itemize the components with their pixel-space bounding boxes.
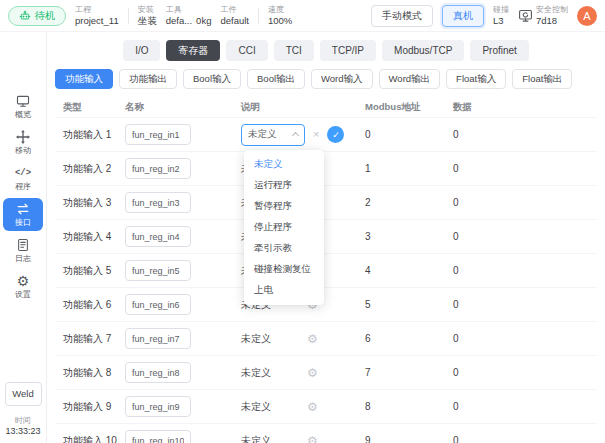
data-value: 0 xyxy=(453,401,597,412)
tool-value: defa...0kg xyxy=(166,15,212,26)
table-row: 功能输入 7 未定义⚙ 6 0 xyxy=(55,321,597,355)
tab-register[interactable]: 寄存器 xyxy=(166,40,220,61)
sidebar-item-settings[interactable]: ⚙ 设置 xyxy=(3,270,43,303)
robot-icon xyxy=(19,10,31,22)
desc-value: 未定义 xyxy=(241,366,299,380)
document-icon xyxy=(16,238,30,252)
name-input[interactable] xyxy=(125,294,191,315)
name-input[interactable] xyxy=(125,192,191,213)
tab-tci[interactable]: TCI xyxy=(274,40,314,61)
workpiece-value: default xyxy=(220,15,249,26)
table-row: 功能输入 6 未定义⚙ 5 0 xyxy=(55,287,597,321)
tab-cci[interactable]: CCI xyxy=(226,40,267,61)
row-type: 功能输入 8 xyxy=(63,366,125,380)
col-name: 名称 xyxy=(125,101,241,114)
subtab-bool-output[interactable]: Bool输出 xyxy=(247,69,305,89)
gear-icon[interactable]: ⚙ xyxy=(307,435,318,443)
name-input[interactable] xyxy=(125,124,191,145)
modbus-address: 3 xyxy=(365,231,453,242)
clock: 时间 13:33:23 xyxy=(5,416,40,437)
sidebar-item-label: 移动 xyxy=(15,145,31,156)
mount-info[interactable]: 安装 坐装 xyxy=(138,5,157,26)
user-avatar[interactable]: A xyxy=(577,6,597,26)
modbus-address: 4 xyxy=(365,265,453,276)
speed-info[interactable]: 速度 100% xyxy=(268,5,292,26)
modbus-address: 8 xyxy=(365,401,453,412)
subtab-word-output[interactable]: Word输出 xyxy=(379,69,441,89)
gear-icon[interactable]: ⚙ xyxy=(307,367,318,379)
tab-tcpip[interactable]: TCP/IP xyxy=(320,40,376,61)
name-input[interactable] xyxy=(125,396,191,417)
swap-arrows-icon xyxy=(16,202,30,216)
dropdown-option-collision-reset[interactable]: 碰撞检测复位 xyxy=(244,259,324,280)
row-type: 功能输入 6 xyxy=(63,298,125,312)
dropdown-option-power-on[interactable]: 上电 xyxy=(244,280,324,301)
mount-value: 坐装 xyxy=(138,15,157,26)
data-value: 0 xyxy=(453,231,597,242)
tool-info[interactable]: 工具 defa...0kg xyxy=(166,5,212,26)
tab-modbus-tcp[interactable]: Modbus/TCP xyxy=(382,40,464,61)
real-machine-button[interactable]: 真机 xyxy=(442,5,484,27)
tab-io[interactable]: I/O xyxy=(123,40,160,61)
table-row: 功能输入 2 未定义⚙ 1 0 xyxy=(55,151,597,185)
robot-teach-pendant-app: 待机 工程 project_11 安装 坐装 工具 defa...0kg 工件 … xyxy=(0,0,605,443)
robot-status-pill[interactable]: 待机 xyxy=(8,6,66,26)
data-value: 0 xyxy=(453,197,597,208)
modbus-address: 2 xyxy=(365,197,453,208)
name-input[interactable] xyxy=(125,362,191,383)
time-value: 13:33:23 xyxy=(5,426,40,437)
dropdown-option-run-program[interactable]: 运行程序 xyxy=(244,175,324,196)
col-modbus: Modbus地址 xyxy=(365,101,453,114)
subtab-float-output[interactable]: Float输出 xyxy=(512,69,572,89)
subtab-float-input[interactable]: Float输入 xyxy=(446,69,506,89)
divider xyxy=(128,8,129,24)
collision-label: 碰撞 xyxy=(493,5,509,15)
weld-button[interactable]: Weld xyxy=(5,382,42,406)
row-type: 功能输入 7 xyxy=(63,332,125,346)
subtab-function-input[interactable]: 功能输入 xyxy=(55,69,113,89)
project-info[interactable]: 工程 project_11 xyxy=(75,5,119,26)
confirm-button[interactable]: ✓ xyxy=(327,126,344,143)
data-value: 0 xyxy=(453,333,597,344)
divider xyxy=(258,8,259,24)
dropdown-option-stop-program[interactable]: 停止程序 xyxy=(244,217,324,238)
gear-icon[interactable]: ⚙ xyxy=(307,333,318,345)
row-type: 功能输入 4 xyxy=(63,230,125,244)
manual-mode-button[interactable]: 手动模式 xyxy=(371,5,433,27)
name-input[interactable] xyxy=(125,260,191,281)
sidebar-item-program[interactable]: </> 程序 xyxy=(3,162,43,195)
data-value: 0 xyxy=(453,265,597,276)
collision-info[interactable]: 碰撞 L3 xyxy=(493,5,509,26)
sidebar-item-overview[interactable]: 概览 xyxy=(3,90,43,123)
sidebar-item-log[interactable]: 日志 xyxy=(3,234,43,267)
robot-status-label: 待机 xyxy=(35,9,55,23)
tab-profinet[interactable]: Profinet xyxy=(470,40,528,61)
data-value: 0 xyxy=(453,367,597,378)
col-type: 类型 xyxy=(63,101,125,114)
name-input[interactable] xyxy=(125,328,191,349)
table-row: 功能输入 3 未定义⚙ 2 0 xyxy=(55,185,597,219)
safety-value: 7d18 xyxy=(536,15,568,26)
desc-select[interactable]: 未定义 xyxy=(241,124,305,146)
safety-control[interactable]: 安全控制 7d18 xyxy=(518,5,568,26)
safety-monitor-icon xyxy=(518,8,533,23)
row-type: 功能输入 1 xyxy=(63,128,125,142)
name-input[interactable] xyxy=(125,226,191,247)
subtab-word-input[interactable]: Word输入 xyxy=(311,69,373,89)
dropdown-option-pause-program[interactable]: 暂停程序 xyxy=(244,196,324,217)
sidebar-item-move[interactable]: 移动 xyxy=(3,126,43,159)
sidebar-item-interface[interactable]: 接口 xyxy=(3,198,43,231)
table-row: 功能输入 5 未定义⚙ 4 0 xyxy=(55,253,597,287)
dropdown-option-drag-teach[interactable]: 牵引示教 xyxy=(244,238,324,259)
workpiece-info[interactable]: 工件 default xyxy=(220,5,249,26)
name-input[interactable] xyxy=(125,430,191,443)
name-input[interactable] xyxy=(125,158,191,179)
subtab-bool-input[interactable]: Bool输入 xyxy=(183,69,241,89)
subtab-function-output[interactable]: 功能输出 xyxy=(119,69,177,89)
desc-value: 未定义 xyxy=(241,400,299,414)
sidebar-item-label: 日志 xyxy=(15,253,31,264)
col-data: 数据 xyxy=(453,101,597,114)
clear-icon[interactable]: × xyxy=(313,129,319,140)
gear-icon[interactable]: ⚙ xyxy=(307,401,318,413)
dropdown-option-undefined[interactable]: 未定义 xyxy=(244,154,324,175)
